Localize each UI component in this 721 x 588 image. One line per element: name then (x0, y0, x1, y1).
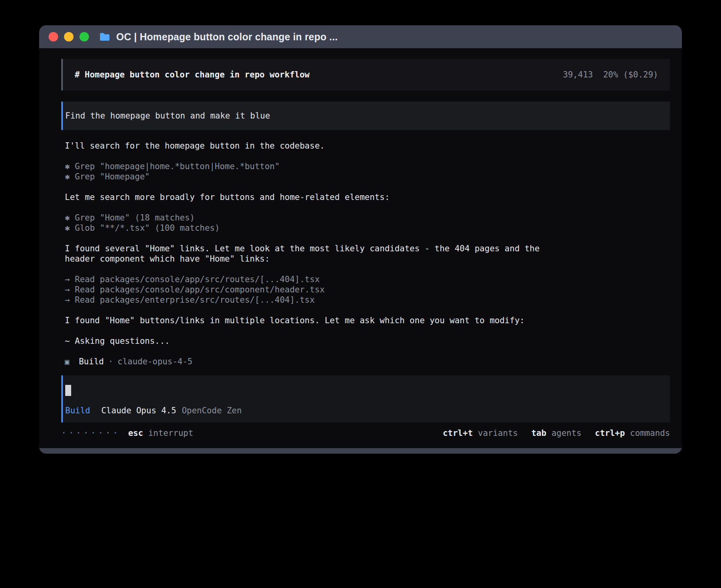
token-count: 39,413 (563, 70, 593, 80)
assistant-status-text: ~ Asking questions... (65, 336, 670, 346)
progress-dots: ········ (61, 428, 120, 438)
composer-info-row: Build Claude Opus 4.5 OpenCode Zen (65, 405, 670, 416)
commands-label: commands (630, 428, 670, 438)
variants-key-hint: ctrl+t (443, 428, 473, 438)
agent-status-line: ▣ Build · claude-opus-4-5 (65, 356, 670, 367)
tool-call-grep: ✱ Grep "homepage|home.*button|Home.*butt… (65, 161, 670, 172)
text-cursor (65, 385, 71, 396)
agent-model: claude-opus-4-5 (117, 356, 193, 367)
tool-call-read: → Read packages/console/app/src/routes/[… (65, 274, 670, 285)
terminal-window: OC | Homepage button color change in rep… (39, 25, 682, 454)
tool-call-glob: ✱ Glob "**/*.tsx" (100 matches) (65, 223, 670, 233)
session-header: # Homepage button color change in repo w… (61, 59, 670, 90)
terminal-content: # Homepage button color change in repo w… (39, 48, 682, 448)
session-metrics: 39,413 20% ($0.29) (563, 70, 658, 80)
assistant-text: Let me search more broadly for buttons a… (65, 192, 670, 202)
tool-call-grep: ✱ Grep "Homepage" (65, 172, 670, 182)
assistant-text: I'll search for the homepage button in t… (65, 141, 670, 151)
tool-call-grep: ✱ Grep "Home" (18 matches) (65, 213, 670, 223)
window-controls (49, 32, 89, 41)
tool-call-read: → Read packages/enterprise/src/routes/[.… (65, 295, 670, 305)
agent-name: Build (79, 356, 104, 367)
commands-key-hint: ctrl+p (595, 428, 625, 438)
status-left: ········ esc interrupt (61, 428, 193, 438)
status-right: ctrl+t variants tab agents ctrl+p comman… (443, 428, 670, 438)
minimize-window-button[interactable] (64, 32, 74, 41)
close-window-button[interactable] (49, 32, 58, 41)
window-titlebar[interactable]: OC | Homepage button color change in rep… (39, 25, 682, 48)
variants-label: variants (478, 428, 518, 438)
composer-provider: OpenCode Zen (182, 405, 242, 416)
zoom-window-button[interactable] (79, 32, 89, 41)
composer-model[interactable]: Claude Opus 4.5 (101, 405, 176, 416)
tool-call-read: → Read packages/console/app/src/componen… (65, 285, 670, 295)
session-title: # Homepage button color change in repo w… (75, 70, 310, 80)
composer-agent[interactable]: Build (65, 405, 90, 416)
window-title: OC | Homepage button color change in rep… (116, 31, 338, 43)
user-message: Find the homepage button and make it blu… (61, 102, 670, 130)
assistant-text: header component which have "Home" links… (65, 254, 670, 264)
composer[interactable]: Build Claude Opus 4.5 OpenCode Zen (61, 375, 670, 422)
interrupt-label: interrupt (148, 428, 193, 438)
folder-icon (99, 32, 110, 41)
user-message-text: Find the homepage button and make it blu… (65, 111, 270, 121)
esc-key-hint: esc (128, 428, 143, 438)
agents-label: agents (551, 428, 581, 438)
agent-icon: ▣ (65, 356, 69, 367)
agent-separator: · (108, 356, 113, 367)
status-bar: ········ esc interrupt ctrl+t variants t… (61, 427, 670, 439)
context-usage-cost: 20% ($0.29) (603, 70, 658, 80)
assistant-transcript: I'll search for the homepage button in t… (65, 141, 670, 367)
assistant-text: I found "Home" buttons/links in multiple… (65, 315, 670, 326)
assistant-text: I found several "Home" links. Let me loo… (65, 243, 670, 254)
agents-key-hint: tab (531, 428, 546, 438)
